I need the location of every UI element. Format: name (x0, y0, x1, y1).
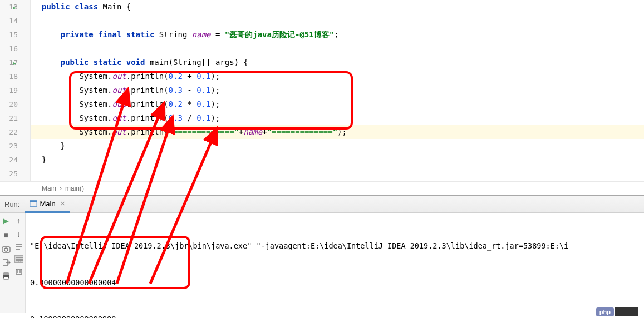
svg-point-3 (4, 248, 8, 251)
breadcrumb-separator-icon: › (60, 185, 62, 192)
console-output[interactable]: "E:\idea\IntelliJ IDEA 2019.2.3\jbr\bin\… (26, 213, 644, 313)
line-number: 21 (0, 111, 18, 125)
gutter: 13▶ 14 15 16 17▶ 18 19 20 21 22 23 24 25 (0, 0, 31, 181)
code-area[interactable]: public class Main { private final static… (31, 0, 644, 181)
run-label: Run: (4, 200, 19, 208)
camera-icon[interactable] (2, 245, 11, 253)
breadcrumb-method[interactable]: main() (65, 185, 84, 192)
breadcrumb-class[interactable]: Main (42, 185, 56, 192)
line-number: 18 (0, 69, 18, 83)
run-toolbar-outer: ▶ ■ (0, 213, 12, 313)
soft-wrap-icon[interactable] (14, 243, 23, 251)
run-panel: Run: Main ✕ ▶ ■ ↑ ↓ "E:\idea\IntelliJ ID… (0, 195, 644, 313)
line-number: 15 (0, 28, 18, 42)
run-tab-name: Main (40, 200, 55, 208)
up-icon[interactable]: ↑ (17, 216, 21, 225)
line-number: 13▶ (0, 0, 18, 14)
code-editor: 13▶ 14 15 16 17▶ 18 19 20 21 22 23 24 25… (0, 0, 644, 181)
line-number: 20 (0, 97, 18, 111)
rerun-icon[interactable]: ▶ (3, 216, 9, 225)
php-badge: php (596, 307, 614, 316)
line-number: 22 (0, 125, 18, 139)
down-icon[interactable]: ↓ (17, 230, 21, 238)
watermark-bar (615, 307, 638, 316)
line-number: 14 (0, 14, 18, 28)
breadcrumbs[interactable]: Main › main() (0, 181, 644, 195)
run-config-icon (30, 200, 37, 207)
watermark: php (596, 307, 638, 316)
scroll-to-end-icon[interactable] (14, 255, 23, 263)
stop-icon[interactable]: ■ (3, 231, 8, 240)
line-number: 23 (0, 139, 18, 153)
run-tab[interactable]: Main ✕ (25, 196, 69, 213)
console-line: 0.19999999999999998 (30, 313, 640, 318)
line-number: 25 (0, 167, 18, 181)
run-gutter-icon[interactable]: ▶ (13, 56, 16, 69)
clear-icon[interactable] (14, 267, 23, 275)
svg-rect-6 (4, 277, 8, 279)
console-line: 0.30000000000000004 (30, 276, 640, 289)
run-toolbar-inner: ↑ ↓ (12, 213, 26, 313)
run-gutter-icon[interactable]: ▶ (13, 0, 16, 14)
close-icon[interactable]: ✕ (60, 200, 65, 207)
console-line: "E:\idea\IntelliJ IDEA 2019.2.3\jbr\bin\… (30, 240, 640, 252)
svg-rect-1 (30, 201, 37, 202)
run-header: Run: Main ✕ (0, 196, 644, 213)
line-number: 19 (0, 83, 18, 97)
svg-rect-5 (4, 273, 8, 275)
line-number: 17▶ (0, 56, 18, 69)
exit-icon[interactable] (2, 259, 11, 266)
printer-icon[interactable] (2, 272, 11, 280)
line-number: 16 (0, 42, 18, 56)
line-number: 24 (0, 153, 18, 167)
